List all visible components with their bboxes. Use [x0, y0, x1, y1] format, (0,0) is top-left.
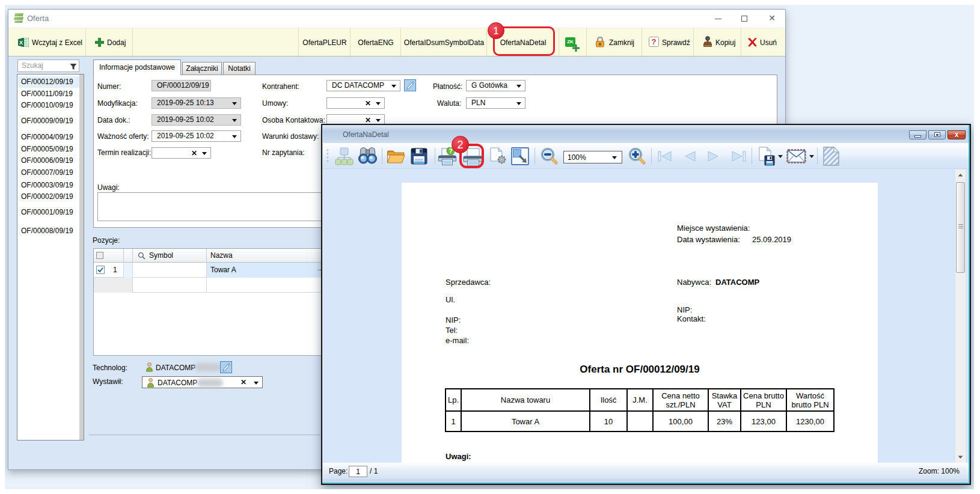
- svg-text:?: ?: [449, 148, 452, 154]
- svg-text:?: ?: [652, 37, 657, 46]
- svg-text:X: X: [19, 40, 23, 46]
